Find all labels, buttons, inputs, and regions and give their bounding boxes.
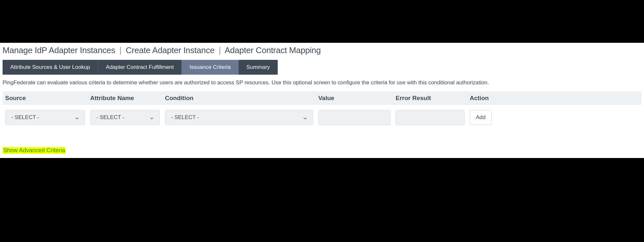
criteria-row: - SELECT - - SELECT - - SELECT - <box>3 105 641 130</box>
breadcrumb-separator: | <box>120 45 122 55</box>
show-advanced-criteria-link[interactable]: Show Advanced Criteria <box>3 147 66 154</box>
chevron-down-icon <box>303 116 307 119</box>
chevron-down-icon <box>75 116 79 119</box>
tab-attribute-sources[interactable]: Attribute Sources & User Lookup <box>3 60 98 75</box>
header-source: Source <box>5 95 90 102</box>
tab-adapter-contract-fulfillment[interactable]: Adapter Contract Fulfillment <box>98 60 182 75</box>
chevron-down-icon <box>150 116 154 119</box>
breadcrumb: Manage IdP Adapter Instances | Create Ad… <box>3 45 641 55</box>
source-select[interactable]: - SELECT - <box>5 110 85 125</box>
source-select-value: - SELECT - <box>11 114 39 121</box>
header-condition: Condition <box>165 95 318 102</box>
header-value: Value <box>318 95 396 102</box>
breadcrumb-separator: | <box>219 45 221 55</box>
condition-select[interactable]: - SELECT - <box>165 110 313 125</box>
tab-summary[interactable]: Summary <box>239 60 278 75</box>
breadcrumb-item-2[interactable]: Create Adapter Instance <box>126 45 215 55</box>
page-container: Manage IdP Adapter Instances | Create Ad… <box>0 43 644 158</box>
condition-select-value: - SELECT - <box>171 114 199 121</box>
header-action: Action <box>470 95 495 102</box>
attribute-name-select-value: - SELECT - <box>96 114 124 121</box>
value-input[interactable] <box>318 110 390 125</box>
criteria-grid-header: Source Attribute Name Condition Value Er… <box>3 91 641 105</box>
page-description: PingFederate can evaluate various criter… <box>3 79 641 87</box>
tab-issuance-criteria[interactable]: Issuance Criteria <box>182 60 239 75</box>
header-error-result: Error Result <box>396 95 470 102</box>
breadcrumb-item-3: Adapter Contract Mapping <box>225 45 321 55</box>
error-result-input[interactable] <box>396 110 465 125</box>
attribute-name-select[interactable]: - SELECT - <box>90 110 160 125</box>
add-button[interactable]: Add <box>470 110 492 125</box>
header-attribute-name: Attribute Name <box>90 95 165 102</box>
tabs: Attribute Sources & User Lookup Adapter … <box>3 60 641 75</box>
breadcrumb-item-1[interactable]: Manage IdP Adapter Instances <box>3 45 115 55</box>
